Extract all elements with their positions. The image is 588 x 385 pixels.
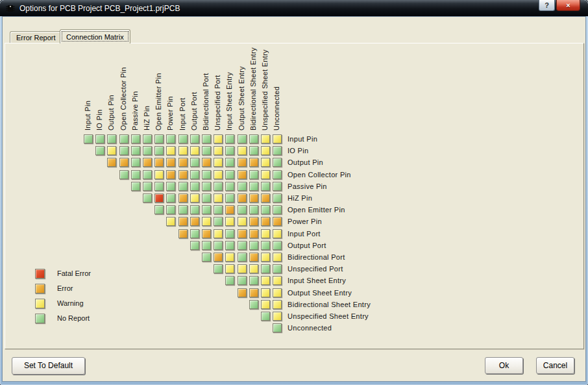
matrix-cell[interactable] [261,158,270,167]
matrix-cell[interactable] [273,182,282,191]
ok-button[interactable]: Ok [485,357,523,374]
matrix-cell[interactable] [249,217,258,226]
matrix-cell[interactable] [178,146,188,155]
matrix-cell[interactable] [214,241,223,250]
matrix-cell[interactable] [178,170,188,179]
matrix-cell[interactable] [178,182,188,191]
matrix-cell[interactable] [190,241,199,250]
matrix-cell[interactable] [84,134,93,143]
matrix-cell[interactable] [273,229,282,238]
matrix-cell[interactable] [190,158,199,167]
matrix-cell[interactable] [249,253,258,262]
matrix-cell[interactable] [225,205,234,214]
matrix-cell[interactable] [214,193,223,203]
matrix-cell[interactable] [225,134,234,143]
matrix-cell[interactable] [178,134,188,143]
matrix-cell[interactable] [273,241,282,250]
matrix-cell[interactable] [143,146,152,155]
matrix-cell[interactable] [273,253,282,262]
matrix-cell[interactable] [261,253,270,262]
matrix-cell[interactable] [225,264,234,273]
matrix-cell[interactable] [238,229,247,238]
matrix-cell[interactable] [154,170,164,179]
matrix-cell[interactable] [190,170,199,179]
matrix-cell[interactable] [154,134,164,143]
matrix-cell[interactable] [178,205,188,214]
matrix-cell[interactable] [202,205,211,214]
matrix-cell[interactable] [202,146,211,155]
matrix-cell[interactable] [225,229,234,238]
matrix-cell[interactable] [273,264,282,273]
help-button[interactable]: ? [539,0,555,11]
matrix-cell[interactable] [178,158,188,167]
matrix-cell[interactable] [190,205,199,214]
matrix-cell[interactable] [95,146,104,155]
matrix-cell[interactable] [119,146,129,155]
matrix-cell[interactable] [238,241,247,250]
matrix-cell[interactable] [261,241,270,250]
matrix-cell[interactable] [225,276,234,285]
matrix-cell[interactable] [273,288,282,297]
matrix-cell[interactable] [238,146,247,155]
matrix-cell[interactable] [131,170,140,179]
matrix-cell[interactable] [225,193,234,203]
matrix-cell[interactable] [178,217,188,226]
matrix-cell[interactable] [131,134,140,143]
matrix-cell[interactable] [190,134,199,143]
matrix-cell[interactable] [202,241,211,250]
matrix-cell[interactable] [95,134,104,143]
matrix-cell[interactable] [249,264,258,273]
matrix-cell[interactable] [166,217,175,226]
matrix-cell[interactable] [238,205,247,214]
matrix-cell[interactable] [190,146,199,155]
matrix-cell[interactable] [214,205,223,214]
matrix-cell[interactable] [238,276,247,285]
matrix-cell[interactable] [154,146,164,155]
matrix-cell[interactable] [202,134,211,143]
matrix-cell[interactable] [238,288,247,297]
set-to-default-button[interactable]: Set To Default [12,357,85,375]
tab-connection-matrix[interactable]: Connection Matrix [60,29,130,43]
matrix-cell[interactable] [143,170,152,179]
matrix-cell[interactable] [131,182,140,191]
matrix-cell[interactable] [143,182,152,191]
matrix-cell[interactable] [202,193,211,203]
matrix-cell[interactable] [238,182,247,191]
matrix-cell[interactable] [273,217,282,226]
matrix-cell[interactable] [273,158,282,167]
matrix-cell[interactable] [154,182,164,191]
matrix-cell[interactable] [261,300,270,309]
matrix-cell[interactable] [214,253,223,262]
matrix-cell[interactable] [214,182,223,191]
matrix-cell[interactable] [261,312,270,321]
matrix-cell[interactable] [273,312,282,321]
matrix-cell[interactable] [261,170,270,179]
matrix-cell[interactable] [154,205,164,214]
matrix-cell[interactable] [261,264,270,273]
matrix-cell[interactable] [107,134,116,143]
matrix-cell[interactable] [261,288,270,297]
matrix-cell[interactable] [273,276,282,285]
matrix-cell[interactable] [119,170,129,179]
matrix-cell[interactable] [249,182,258,191]
matrix-cell[interactable] [214,229,223,238]
matrix-cell[interactable] [249,146,258,155]
matrix-cell[interactable] [225,170,234,179]
title-bar[interactable]: Options for PCB Project PCB_Project1.prj… [0,0,588,16]
matrix-cell[interactable] [225,146,234,155]
matrix-cell[interactable] [261,182,270,191]
matrix-cell[interactable] [249,229,258,238]
matrix-cell[interactable] [143,158,152,167]
matrix-cell[interactable] [214,264,223,273]
matrix-cell[interactable] [249,170,258,179]
matrix-cell[interactable] [166,182,175,191]
matrix-cell[interactable] [166,146,175,155]
matrix-cell[interactable] [249,276,258,285]
matrix-cell[interactable] [249,241,258,250]
matrix-cell[interactable] [202,170,211,179]
matrix-cell[interactable] [202,217,211,226]
matrix-cell[interactable] [154,158,164,167]
matrix-cell[interactable] [107,146,116,155]
matrix-cell[interactable] [225,158,234,167]
matrix-cell[interactable] [119,158,129,167]
